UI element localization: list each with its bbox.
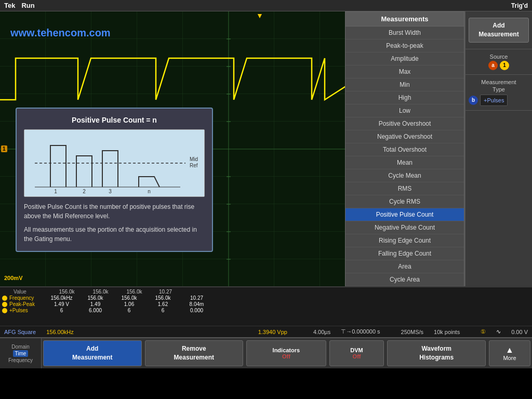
freq-main: 156.0kHz [45,295,78,301]
add-measurement-top-btn[interactable]: Add Measurement [469,18,529,43]
more-label: More [503,355,516,361]
dropdown-header: Measurements [345,12,464,26]
toolbar: Domain Time Frequency Add Measurement Re… [0,337,532,368]
col4-header: 10.27 [151,289,180,295]
ch-dot-pp [2,302,7,307]
pp-v4: 8.04m [180,301,214,307]
meas-type-value: +Pulses [480,95,508,106]
dd-item-mean[interactable]: Mean [345,156,464,169]
dd-item-cycle-mean[interactable]: Cycle Mean [345,169,464,182]
freq-label: Frequency [9,295,45,301]
source-badge-b: b [469,96,478,105]
dd-item-cycle-rms[interactable]: Cycle RMS [345,195,464,208]
freq-v1: 156.0k [78,295,112,301]
svg-text:1: 1 [54,189,57,194]
dd-item-falling-edge[interactable]: Falling Edge Count [345,247,464,260]
dvm-btn[interactable]: DVM Off [329,340,384,366]
svg-text:Mid: Mid [190,156,198,162]
dd-item-pos-overshoot[interactable]: Positive Overshoot [345,117,464,130]
col3-header: 156.0k [117,289,151,295]
source-section: Source a 1 [466,49,532,75]
svg-text:Ref: Ref [190,163,198,168]
dd-item-area[interactable]: Area [345,260,464,273]
ch1-marker: 1 [1,145,7,152]
pp-label: Peak-Peak [9,301,45,307]
brand-label: Tek [4,2,15,9]
domain-time[interactable]: Time [13,350,29,357]
dd-item-pos-pulse-count[interactable]: Positive Pulse Count [345,208,464,221]
source-badge-row: a 1 [469,61,529,70]
dd-item-burst-width[interactable]: Burst Width [345,26,464,39]
meas-row-pulses: +Pulses 6 6.000 6 6 0.000 [2,308,530,313]
dd-item-max[interactable]: Max [345,65,464,78]
indicators-label: Indicators [273,347,300,353]
col2-header: 156.0k [84,289,117,295]
meas-table-header: Value 156.0k 156.0k 156.0k 10.27 [2,288,530,295]
svg-text:n: n [148,189,151,194]
voltage-label: 200mV [4,275,22,281]
more-btn[interactable]: ▲ More [489,340,530,366]
dvm-off-label: Off [353,353,361,360]
pp-v2: 1.06 [112,301,146,307]
website-text: www.tehencom.com [10,27,111,39]
waveform-hist-btn[interactable]: Waveform Histograms [387,340,486,366]
dvm-label: DVM [350,347,363,353]
more-arrow: ▲ [506,345,514,355]
dd-item-cycle-area[interactable]: Cycle Area [345,273,464,286]
dd-item-total-overshoot[interactable]: Total Overshoot [345,143,464,156]
right-panel-spacer [466,111,532,287]
meas-type-row: b +Pulses [469,95,529,106]
afg-bar: AFG Square 156.00kHz 1.3940 Vpp 4.00µs ⊤… [0,326,532,337]
dd-item-neg-overshoot[interactable]: Negative Overshoot [345,130,464,143]
pulse-diagram-svg: Mid Ref 1 2 3 n [24,130,205,196]
afg-type: AFG Square [4,329,36,335]
dd-item-rising-edge[interactable]: Rising Edge Count [345,234,464,247]
meas-row-peakpeak: Peak-Peak 1.49 V 1.49 1.06 1.62 8.04m [2,301,530,307]
popup-title: Positive Pulse Count = n [24,116,205,124]
freq-v3: 156.0k [146,295,180,301]
domain-freq[interactable]: Frequency [8,357,33,363]
scope-area: www.tehencom.com ▼ 1 200mV Positive Puls… [0,11,532,287]
dd-item-rms[interactable]: RMS [345,182,464,195]
trigger-level: 0.00 V [511,329,528,335]
pulse-v3: 6 [146,308,180,313]
meas-row-frequency: Frequency 156.0kHz 156.0k 156.0k 156.0k … [2,295,530,301]
popup-desc1: Positive Pulse Count is the number of po… [24,202,205,221]
domain-section: Domain Time Frequency [0,338,42,368]
wave-icon: ∿ [496,328,501,335]
dd-item-low[interactable]: Low [345,104,464,117]
run-label: Run [21,2,34,9]
add-measurement-btn[interactable]: Add Measurement [43,340,142,366]
add-meas-section: Add Measurement [466,11,532,49]
dd-item-peak-to-peak[interactable]: Peak-to-peak [345,39,464,52]
source-badge-a: a [488,61,498,70]
pulse-v4: 0.000 [180,308,214,313]
col1-header: 156.0k [50,289,84,295]
pulse-v1: 6.000 [78,308,112,313]
sample-points: 10k points [434,329,460,335]
dropdown-menu: Measurements Burst Width Peak-to-peak Am… [345,11,464,287]
meas-table: Value 156.0k 156.0k 156.0k 10.27 Frequen… [0,287,532,326]
source-label: Source [469,54,529,60]
popup-diagram: Mid Ref 1 2 3 n [24,129,205,197]
dd-item-min[interactable]: Min [345,78,464,91]
remove-measurement-btn[interactable]: Remove Measurement [145,340,244,366]
dd-item-amplitude[interactable]: Amplitude [345,52,464,65]
freq-v4: 10.27 [180,295,214,301]
dd-item-neg-pulse-count[interactable]: Negative Pulse Count [345,221,464,234]
trig-status: Trig'd [511,2,528,9]
domain-label: Domain [11,344,29,350]
ch-dot-pulse [2,308,7,313]
pulse-label: +Pulses [9,308,45,313]
val-header: Value [14,289,50,295]
svg-text:2: 2 [83,189,86,194]
sample-rate: 250MS/s [401,329,423,335]
meas-type-label: Measurement [469,79,529,85]
dd-item-high[interactable]: High [345,91,464,104]
pp-v1: 1.49 [78,301,112,307]
afg-freq: 156.00kHz [46,329,74,335]
source-num-badge: 1 [500,61,509,70]
indicators-btn[interactable]: Indicators Off [246,340,326,366]
svg-text:3: 3 [109,189,112,194]
measurement-popup: Positive Pulse Count = n Mid Ref 1 [16,108,213,252]
